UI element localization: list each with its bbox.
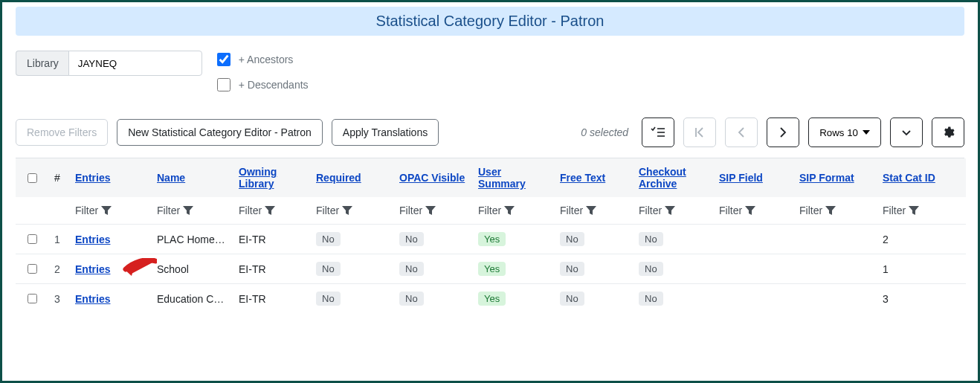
row-stat-id: 1 [877,254,966,284]
row-owning: EI-TR [233,254,310,284]
col-owning-library[interactable]: Owning Library [239,166,277,190]
col-required[interactable]: Required [316,172,361,184]
row-stat-id: 3 [877,284,966,314]
status-badge: No [639,232,663,246]
table-row[interactable]: 3EntriesEducation Ca...EI-TRNoNoYesNoNo3 [16,284,966,314]
row-owning: EI-TR [233,284,310,314]
table-row[interactable]: 2EntriesSchoolEI-TRNoNoYesNoNo1 [16,254,966,284]
row-owning: EI-TR [233,225,310,254]
status-badge: No [316,232,341,246]
status-badge: Yes [478,232,506,246]
filter-entries[interactable]: Filter [75,205,145,216]
category-table: # Entries Name Owning Library Required O… [16,158,966,313]
apply-translations-button[interactable]: Apply Translations [332,119,439,146]
status-badge: No [316,262,341,276]
select-all-checkbox[interactable] [28,173,37,183]
first-page-button[interactable] [683,118,716,147]
next-page-button[interactable] [767,118,799,147]
status-badge: No [560,232,584,246]
row-checkbox[interactable] [28,234,37,244]
remove-filters-button[interactable]: Remove Filters [16,119,108,146]
library-label: Library [16,51,69,76]
ancestors-toggle[interactable]: + Ancestors [214,51,309,68]
status-badge: No [399,232,424,246]
status-badge: No [399,262,424,276]
row-stat-id: 2 [877,225,966,254]
filter-user[interactable]: Filter [478,205,548,216]
descendants-checkbox[interactable] [217,78,231,91]
row-num: 3 [48,284,69,314]
status-badge: Yes [478,292,506,306]
filter-sip-field[interactable]: Filter [719,205,787,216]
prev-page-button[interactable] [725,118,758,147]
row-sip-format [793,284,877,314]
entries-link[interactable]: Entries [75,263,110,275]
row-sip-field [713,254,793,284]
status-badge: No [316,292,341,306]
col-sip-format[interactable]: SIP Format [799,172,854,184]
filter-checkout[interactable]: Filter [639,205,707,216]
col-sip-field[interactable]: SIP Field [719,172,763,184]
settings-button[interactable] [932,118,964,147]
status-badge: No [560,262,584,276]
filter-name[interactable]: Filter [157,205,227,216]
ancestors-checkbox[interactable] [217,53,231,66]
col-checkout-archive[interactable]: Checkout Archive [639,166,686,190]
row-num: 1 [48,225,69,254]
library-input[interactable] [68,51,202,76]
row-name: School [151,254,233,284]
col-name[interactable]: Name [157,172,185,184]
new-category-button[interactable]: New Statistical Category Editor - Patron [117,119,323,146]
col-free-text[interactable]: Free Text [560,172,605,184]
expand-dropdown-button[interactable] [890,118,923,147]
table-row[interactable]: 1EntriesPLAC Home L...EI-TRNoNoYesNoNo2 [16,225,966,254]
row-sip-field [713,225,793,254]
checklist-icon-button[interactable] [642,118,674,147]
row-name: Education Ca... [151,284,233,314]
selected-count: 0 selected [581,126,628,138]
descendants-toggle[interactable]: + Descendants [214,76,309,94]
row-checkbox[interactable] [28,264,37,274]
row-checkbox[interactable] [28,294,37,303]
descendants-label: + Descendants [239,79,309,91]
filter-sip-format[interactable]: Filter [799,205,871,216]
col-opac-visible[interactable]: OPAC Visible [399,172,465,184]
col-user-summary[interactable]: User Summary [478,166,526,190]
row-name: PLAC Home L... [151,225,233,254]
status-badge: No [639,292,663,306]
page-title: Statistical Category Editor - Patron [16,7,964,36]
status-badge: Yes [478,262,506,276]
ancestors-label: + Ancestors [239,54,294,65]
entries-link[interactable]: Entries [75,293,110,305]
row-sip-format [793,225,877,254]
status-badge: No [639,262,663,276]
filter-opac[interactable]: Filter [399,205,466,216]
entries-link[interactable]: Entries [75,234,110,245]
caret-down-icon [863,130,870,135]
row-sip-field [713,284,793,314]
row-num: 2 [48,254,69,284]
col-stat-cat-id[interactable]: Stat Cat ID [883,172,935,184]
col-num: # [48,158,69,197]
row-sip-format [793,254,877,284]
status-badge: No [560,292,584,306]
col-entries[interactable]: Entries [75,172,110,184]
status-badge: No [399,292,424,306]
rows-per-page-dropdown[interactable]: Rows 10 [808,118,881,147]
filter-stat-id[interactable]: Filter [883,205,960,216]
filter-owning[interactable]: Filter [239,205,304,216]
filter-required[interactable]: Filter [316,205,387,216]
gear-icon [941,126,955,139]
filter-free[interactable]: Filter [560,205,627,216]
rows-label: Rows 10 [819,127,858,138]
